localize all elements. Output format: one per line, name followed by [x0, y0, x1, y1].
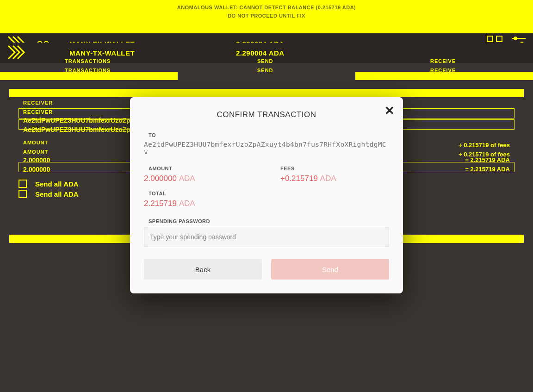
total-number: 2.215719 — [144, 199, 177, 208]
total-currency: ADA — [179, 199, 195, 208]
spending-password-input[interactable] — [144, 227, 389, 247]
total-value: 2.215719 ADA — [144, 199, 389, 208]
amount-currency: ADA — [179, 174, 195, 183]
confirm-transaction-modal: CONFIRM TRANSACTION ✕ TO Ae2tdPwUPEZ3HUU… — [130, 97, 403, 293]
total-label: TOTAL — [149, 191, 389, 196]
modal-backdrop: CONFIRM TRANSACTION ✕ TO Ae2tdPwUPEZ3HUU… — [0, 0, 533, 392]
to-address: Ae2tdPwUPEZ3HUU7bmfexrUzoZpAZxuyt4b4bn7f… — [144, 141, 389, 156]
fees-number: +0.215719 — [280, 174, 318, 183]
to-label: TO — [149, 132, 389, 138]
fees-currency: ADA — [320, 174, 336, 183]
amount-label: AMOUNT — [149, 166, 253, 171]
amount-value: 2.000000 ADA — [144, 174, 253, 183]
spending-password-label: SPENDING PASSWORD — [149, 218, 389, 224]
back-button[interactable]: Back — [144, 259, 262, 280]
fees-label: FEES — [280, 166, 389, 171]
send-button[interactable]: Send — [271, 259, 389, 280]
fees-value: +0.215719 ADA — [280, 174, 389, 183]
amount-number: 2.000000 — [144, 174, 177, 183]
close-icon[interactable]: ✕ — [384, 105, 395, 117]
modal-title: CONFIRM TRANSACTION — [144, 110, 389, 119]
